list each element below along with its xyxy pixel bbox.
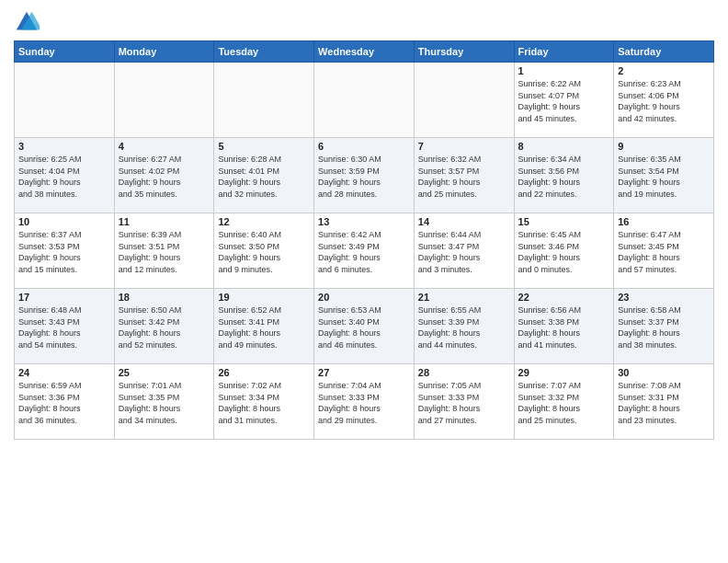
header-day: Monday [114, 41, 214, 63]
calendar-table: SundayMondayTuesdayWednesdayThursdayFrid… [14, 40, 714, 440]
day-info: Sunrise: 6:53 AM Sunset: 3:40 PM Dayligh… [318, 304, 410, 350]
calendar-cell: 15Sunrise: 6:45 AM Sunset: 3:46 PM Dayli… [514, 213, 614, 289]
day-number: 22 [518, 292, 610, 303]
page-header [14, 9, 714, 35]
day-info: Sunrise: 6:22 AM Sunset: 4:07 PM Dayligh… [518, 78, 610, 124]
calendar-cell: 4Sunrise: 6:27 AM Sunset: 4:02 PM Daylig… [114, 138, 214, 213]
calendar-cell: 9Sunrise: 6:35 AM Sunset: 3:54 PM Daylig… [614, 138, 714, 213]
day-number: 9 [618, 141, 710, 152]
calendar-cell: 20Sunrise: 6:53 AM Sunset: 3:40 PM Dayli… [314, 289, 415, 364]
day-number: 12 [218, 216, 310, 227]
day-number: 10 [18, 216, 110, 227]
day-number: 1 [518, 65, 610, 76]
day-info: Sunrise: 6:48 AM Sunset: 3:43 PM Dayligh… [18, 304, 110, 350]
calendar-week-row: 24Sunrise: 6:59 AM Sunset: 3:36 PM Dayli… [15, 364, 714, 440]
calendar-cell: 25Sunrise: 7:01 AM Sunset: 3:35 PM Dayli… [114, 364, 214, 440]
day-info: Sunrise: 7:01 AM Sunset: 3:35 PM Dayligh… [119, 380, 210, 426]
calendar-cell: 17Sunrise: 6:48 AM Sunset: 3:43 PM Dayli… [15, 289, 115, 364]
calendar-cell: 5Sunrise: 6:28 AM Sunset: 4:01 PM Daylig… [214, 138, 314, 213]
day-number: 5 [218, 141, 310, 152]
header-day: Wednesday [314, 41, 415, 63]
day-info: Sunrise: 6:59 AM Sunset: 3:36 PM Dayligh… [18, 380, 110, 426]
day-info: Sunrise: 6:30 AM Sunset: 3:59 PM Dayligh… [318, 154, 410, 200]
calendar-cell [114, 63, 214, 138]
day-info: Sunrise: 6:42 AM Sunset: 3:49 PM Dayligh… [318, 229, 410, 275]
day-info: Sunrise: 6:47 AM Sunset: 3:45 PM Dayligh… [618, 229, 710, 275]
day-info: Sunrise: 6:35 AM Sunset: 3:54 PM Dayligh… [618, 154, 710, 200]
day-info: Sunrise: 7:02 AM Sunset: 3:34 PM Dayligh… [218, 380, 310, 426]
header-day: Friday [514, 41, 614, 63]
day-number: 20 [318, 292, 410, 303]
calendar-cell: 8Sunrise: 6:34 AM Sunset: 3:56 PM Daylig… [514, 138, 614, 213]
day-number: 28 [418, 367, 510, 378]
day-number: 16 [618, 216, 710, 227]
calendar-week-row: 3Sunrise: 6:25 AM Sunset: 4:04 PM Daylig… [15, 138, 714, 213]
calendar-cell: 14Sunrise: 6:44 AM Sunset: 3:47 PM Dayli… [414, 213, 514, 289]
day-number: 4 [119, 141, 210, 152]
day-info: Sunrise: 6:44 AM Sunset: 3:47 PM Dayligh… [418, 229, 510, 275]
calendar-cell: 3Sunrise: 6:25 AM Sunset: 4:04 PM Daylig… [15, 138, 115, 213]
day-number: 30 [618, 367, 710, 378]
calendar-cell: 30Sunrise: 7:08 AM Sunset: 3:31 PM Dayli… [614, 364, 714, 440]
calendar-cell: 6Sunrise: 6:30 AM Sunset: 3:59 PM Daylig… [314, 138, 415, 213]
day-number: 8 [518, 141, 610, 152]
day-info: Sunrise: 6:27 AM Sunset: 4:02 PM Dayligh… [119, 154, 210, 200]
day-number: 29 [518, 367, 610, 378]
day-info: Sunrise: 6:32 AM Sunset: 3:57 PM Dayligh… [418, 154, 510, 200]
calendar-week-row: 1Sunrise: 6:22 AM Sunset: 4:07 PM Daylig… [15, 63, 714, 138]
calendar-week-row: 17Sunrise: 6:48 AM Sunset: 3:43 PM Dayli… [15, 289, 714, 364]
calendar-cell: 28Sunrise: 7:05 AM Sunset: 3:33 PM Dayli… [414, 364, 514, 440]
calendar-cell: 2Sunrise: 6:23 AM Sunset: 4:06 PM Daylig… [614, 63, 714, 138]
day-number: 15 [518, 216, 610, 227]
day-number: 14 [418, 216, 510, 227]
day-info: Sunrise: 6:25 AM Sunset: 4:04 PM Dayligh… [18, 154, 110, 200]
calendar-header-row: SundayMondayTuesdayWednesdayThursdayFrid… [15, 41, 714, 63]
header-day: Tuesday [214, 41, 314, 63]
calendar-cell: 21Sunrise: 6:55 AM Sunset: 3:39 PM Dayli… [414, 289, 514, 364]
calendar-cell [214, 63, 314, 138]
day-number: 17 [18, 292, 110, 303]
day-number: 27 [318, 367, 410, 378]
calendar-cell: 1Sunrise: 6:22 AM Sunset: 4:07 PM Daylig… [514, 63, 614, 138]
day-number: 19 [218, 292, 310, 303]
day-number: 11 [119, 216, 210, 227]
header-day: Thursday [414, 41, 514, 63]
calendar-cell: 29Sunrise: 7:07 AM Sunset: 3:32 PM Dayli… [514, 364, 614, 440]
day-number: 13 [318, 216, 410, 227]
calendar-cell: 24Sunrise: 6:59 AM Sunset: 3:36 PM Dayli… [15, 364, 115, 440]
day-number: 26 [218, 367, 310, 378]
day-info: Sunrise: 6:39 AM Sunset: 3:51 PM Dayligh… [119, 229, 210, 275]
calendar-cell: 16Sunrise: 6:47 AM Sunset: 3:45 PM Dayli… [614, 213, 714, 289]
calendar-cell: 22Sunrise: 6:56 AM Sunset: 3:38 PM Dayli… [514, 289, 614, 364]
day-info: Sunrise: 6:45 AM Sunset: 3:46 PM Dayligh… [518, 229, 610, 275]
header-day: Saturday [614, 41, 714, 63]
day-info: Sunrise: 6:37 AM Sunset: 3:53 PM Dayligh… [18, 229, 110, 275]
day-number: 3 [18, 141, 110, 152]
day-info: Sunrise: 6:40 AM Sunset: 3:50 PM Dayligh… [218, 229, 310, 275]
day-number: 23 [618, 292, 710, 303]
calendar-cell [15, 63, 115, 138]
day-number: 18 [119, 292, 210, 303]
calendar-cell: 26Sunrise: 7:02 AM Sunset: 3:34 PM Dayli… [214, 364, 314, 440]
day-info: Sunrise: 6:52 AM Sunset: 3:41 PM Dayligh… [218, 304, 310, 350]
day-info: Sunrise: 6:34 AM Sunset: 3:56 PM Dayligh… [518, 154, 610, 200]
calendar-cell: 18Sunrise: 6:50 AM Sunset: 3:42 PM Dayli… [114, 289, 214, 364]
header-day: Sunday [15, 41, 115, 63]
day-info: Sunrise: 6:58 AM Sunset: 3:37 PM Dayligh… [618, 304, 710, 350]
day-info: Sunrise: 6:28 AM Sunset: 4:01 PM Dayligh… [218, 154, 310, 200]
day-number: 21 [418, 292, 510, 303]
logo [14, 9, 43, 35]
day-info: Sunrise: 7:05 AM Sunset: 3:33 PM Dayligh… [418, 380, 510, 426]
calendar-page: SundayMondayTuesdayWednesdayThursdayFrid… [0, 0, 728, 563]
day-number: 7 [418, 141, 510, 152]
calendar-cell: 11Sunrise: 6:39 AM Sunset: 3:51 PM Dayli… [114, 213, 214, 289]
day-info: Sunrise: 6:50 AM Sunset: 3:42 PM Dayligh… [119, 304, 210, 350]
calendar-cell: 13Sunrise: 6:42 AM Sunset: 3:49 PM Dayli… [314, 213, 415, 289]
calendar-cell: 7Sunrise: 6:32 AM Sunset: 3:57 PM Daylig… [414, 138, 514, 213]
day-info: Sunrise: 7:04 AM Sunset: 3:33 PM Dayligh… [318, 380, 410, 426]
calendar-cell [414, 63, 514, 138]
day-number: 25 [119, 367, 210, 378]
calendar-cell: 19Sunrise: 6:52 AM Sunset: 3:41 PM Dayli… [214, 289, 314, 364]
calendar-week-row: 10Sunrise: 6:37 AM Sunset: 3:53 PM Dayli… [15, 213, 714, 289]
calendar-cell: 27Sunrise: 7:04 AM Sunset: 3:33 PM Dayli… [314, 364, 415, 440]
